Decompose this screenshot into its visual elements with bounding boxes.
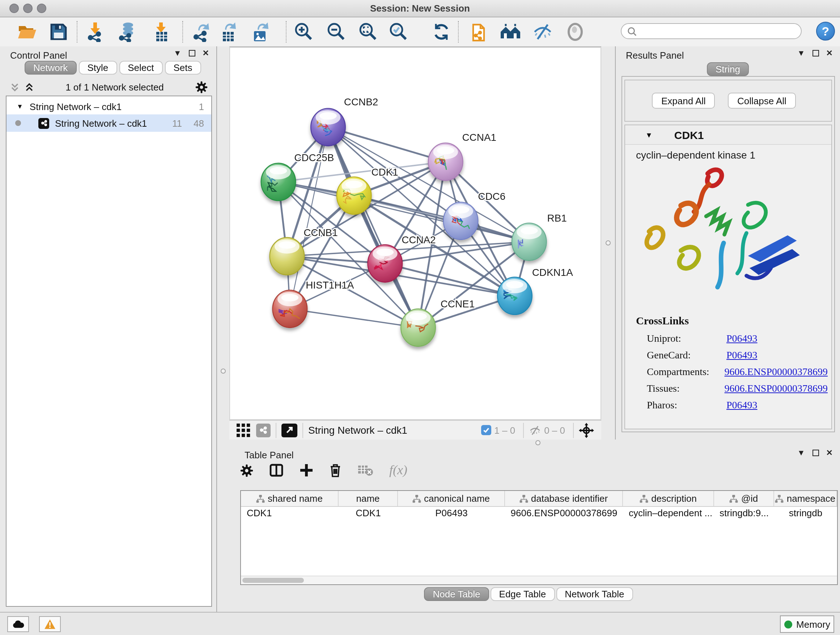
tab-network[interactable]: Network <box>25 61 76 74</box>
zoom-fit-icon[interactable] <box>357 22 379 42</box>
delete-column-trash-icon[interactable] <box>329 463 341 477</box>
network-node-CCNE1[interactable] <box>401 309 436 347</box>
crosslink-link[interactable]: P06493 <box>726 399 758 411</box>
help-icon[interactable]: ? <box>816 22 835 41</box>
refresh-layout-icon[interactable] <box>431 22 452 42</box>
network-node-HIST1H1A[interactable] <box>273 290 308 328</box>
save-session-icon[interactable] <box>48 22 69 42</box>
home-icon[interactable] <box>500 22 522 42</box>
export-network-icon[interactable] <box>191 22 213 42</box>
panel-float-icon[interactable]: ▼ <box>797 49 805 57</box>
table-cell-canonical-name[interactable]: P06493 <box>398 508 505 518</box>
function-builder-fx[interactable]: f(x) <box>389 463 407 478</box>
expand-all-button[interactable]: Expand All <box>652 93 715 109</box>
table-cell-shared-name[interactable]: CDK1 <box>241 508 339 518</box>
cloud-status-button[interactable] <box>7 616 29 632</box>
selected-checkbox-icon[interactable] <box>481 425 491 435</box>
tab-style[interactable]: Style <box>79 61 117 74</box>
crosslink-link[interactable]: 9606.ENSP00000378699 <box>725 366 828 378</box>
network-node-CCNB2[interactable] <box>311 108 346 146</box>
network-node-CDC6[interactable] <box>444 202 478 240</box>
import-network-icon[interactable] <box>85 22 106 42</box>
network-edge-CDK1-RB1[interactable] <box>354 195 529 242</box>
fit-content-crosshair-icon[interactable] <box>579 423 594 438</box>
import-database-icon[interactable] <box>117 22 138 42</box>
import-table-icon[interactable] <box>150 22 172 42</box>
table-cell-database-identifier[interactable]: 9606.ENSP00000378699 <box>505 508 623 518</box>
table-cell-namespace[interactable]: stringdb <box>774 508 837 518</box>
table-cell-@id[interactable]: stringdb:9... <box>714 508 774 518</box>
crosslink-link[interactable]: P06493 <box>726 349 758 361</box>
table-row[interactable]: CDK1CDK1P064939606.ENSP00000378699cyclin… <box>241 507 837 519</box>
grid-view-icon[interactable] <box>237 423 250 437</box>
collapse-all-button[interactable]: Collapse All <box>728 93 796 109</box>
delete-table-icon[interactable] <box>357 464 373 477</box>
network-node-RB1[interactable] <box>512 223 546 261</box>
hidden-eye-slash-icon[interactable] <box>529 424 541 435</box>
network-node-CCNA2[interactable] <box>368 245 403 282</box>
network-collection-row[interactable]: ▼ String Network – cdk1 1 <box>6 96 211 114</box>
memory-button[interactable]: Memory <box>780 616 834 633</box>
right-splitter[interactable] <box>601 46 615 440</box>
table-h-scrollbar[interactable] <box>241 576 837 584</box>
table-cell-description[interactable]: cyclin–dependent ... <box>623 508 714 518</box>
column-header-canonical-name[interactable]: canonical name <box>398 491 505 506</box>
export-table-icon[interactable] <box>218 22 240 42</box>
crosslink-link[interactable]: P06493 <box>726 333 758 344</box>
panel-maximize-icon[interactable] <box>189 50 195 57</box>
column-header-namespace[interactable]: namespace <box>774 491 837 506</box>
panel-close-icon[interactable]: ✕ <box>826 449 833 457</box>
zoom-out-icon[interactable] <box>325 22 347 42</box>
hide-panel-eye-slash-icon[interactable] <box>532 22 554 42</box>
add-column-icon[interactable] <box>300 463 313 477</box>
horizontal-splitter[interactable] <box>217 440 840 445</box>
tab-sets[interactable]: Sets <box>164 61 201 74</box>
export-image-icon[interactable] <box>249 22 271 42</box>
network-edge-HIST1H1A-CCNE1[interactable] <box>290 309 418 328</box>
network-node-CCNA1[interactable] <box>428 143 463 181</box>
gene-header[interactable]: ▼ CDK1 <box>625 125 831 145</box>
tab-node-table[interactable]: Node Table <box>424 587 489 601</box>
network-node-CDK1[interactable] <box>337 177 371 215</box>
panel-float-icon[interactable]: ▼ <box>797 449 805 457</box>
splitter-handle[interactable] <box>606 241 611 245</box>
tab-string[interactable]: String <box>707 62 749 76</box>
tab-edge-table[interactable]: Edge Table <box>491 587 555 601</box>
show-columns-icon[interactable] <box>269 463 284 477</box>
gene-expand-caret[interactable]: ▼ <box>645 131 653 139</box>
collection-expand-caret[interactable]: ▼ <box>17 103 23 110</box>
network-node-CDC25B[interactable] <box>261 163 296 201</box>
network-row-selected[interactable]: String Network – cdk1 11 48 <box>6 114 211 132</box>
column-header-description[interactable]: description <box>623 491 714 506</box>
column-header-database-identifier[interactable]: database identifier <box>505 491 623 506</box>
panel-close-icon[interactable]: ✕ <box>202 49 209 57</box>
open-in-browser-icon[interactable] <box>281 423 297 437</box>
panel-maximize-icon[interactable] <box>813 50 819 57</box>
network-node-CCNB1[interactable] <box>270 238 305 275</box>
show-panel-eye-icon[interactable] <box>564 22 586 42</box>
panel-maximize-icon[interactable] <box>813 450 819 456</box>
crosslink-link[interactable]: 9606.ENSP00000378699 <box>725 383 828 394</box>
document-share-icon[interactable] <box>469 22 491 42</box>
splitter-handle[interactable] <box>221 369 226 374</box>
open-session-icon[interactable] <box>16 22 38 42</box>
zoom-in-icon[interactable] <box>293 22 315 42</box>
column-header-shared-name[interactable]: shared name <box>241 491 339 506</box>
table-cell-name[interactable]: CDK1 <box>339 508 398 518</box>
network-node-CDKN1A[interactable] <box>497 277 532 315</box>
network-canvas[interactable]: CCNB2CCNA1CDC25BCDK1CDC6RB1CCNB1CCNA2CDK… <box>229 47 601 420</box>
panel-close-icon[interactable]: ✕ <box>826 49 833 57</box>
gear-icon[interactable] <box>195 81 208 93</box>
left-splitter[interactable] <box>217 46 229 440</box>
search-field[interactable] <box>621 23 802 39</box>
column-header-name[interactable]: name <box>339 491 398 506</box>
splitter-handle[interactable] <box>535 440 540 445</box>
panel-float-icon[interactable]: ▼ <box>174 49 182 57</box>
expand-all-icon[interactable] <box>25 82 34 92</box>
string-view-icon[interactable] <box>256 423 271 437</box>
zoom-selected-icon[interactable] <box>388 22 409 42</box>
tab-network-table[interactable]: Network Table <box>556 587 633 601</box>
table-settings-gear-icon[interactable] <box>240 464 253 477</box>
search-input[interactable] <box>637 25 801 37</box>
warnings-button[interactable] <box>39 616 61 632</box>
